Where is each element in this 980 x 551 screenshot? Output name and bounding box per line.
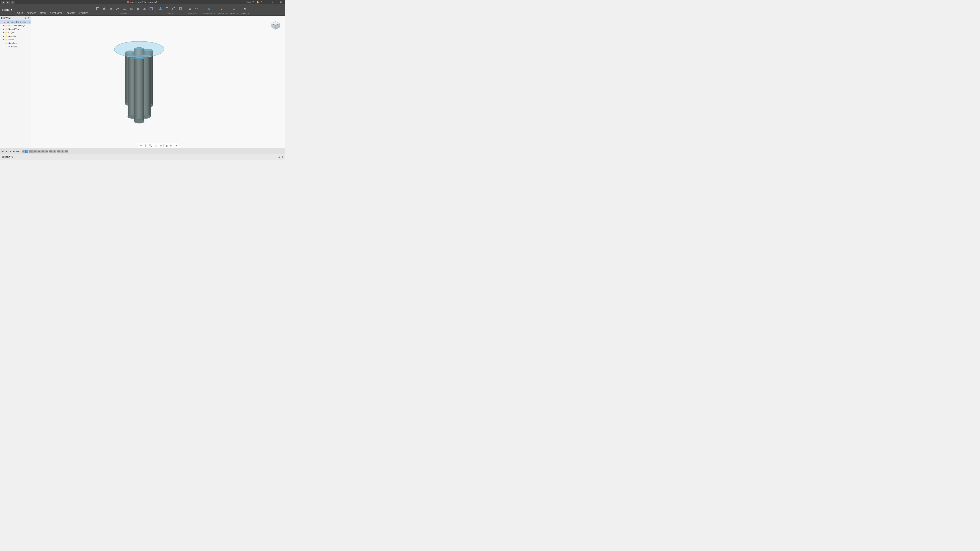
pan-btn[interactable]: ✋ <box>144 144 148 148</box>
timeline-play-btn[interactable]: ▶ <box>9 149 12 153</box>
freeform-icon[interactable] <box>135 6 141 12</box>
tl-step-11[interactable] <box>61 150 64 153</box>
svg-rect-17 <box>159 9 162 10</box>
tl-step-3[interactable] <box>29 150 33 153</box>
comments-expand-icon[interactable]: ◀ <box>278 156 280 159</box>
browser-expand-icon[interactable]: ◀ <box>24 16 27 19</box>
tl-step-8[interactable] <box>49 150 53 153</box>
fillet-icon[interactable] <box>164 6 170 12</box>
measure-icon[interactable] <box>220 6 226 12</box>
settings-btn[interactable]: ⚙ <box>174 144 178 148</box>
design-dropdown[interactable]: DESIGN ▾ <box>0 4 14 16</box>
maximize-btn[interactable]: □ <box>267 0 276 4</box>
chamfer-icon[interactable] <box>171 6 177 12</box>
construct-section: CONSTRUCT ▾ <box>202 6 216 14</box>
back-btn[interactable]: ◀ <box>1 1 5 4</box>
tree-sketch1[interactable]: ▶ ✏ Sketch1 <box>0 45 31 48</box>
tree-bodies[interactable]: ▶ 📁 Bodies <box>0 38 31 41</box>
insert-icon[interactable] <box>231 6 237 12</box>
minimize-btn[interactable]: − <box>258 0 267 4</box>
select-icon[interactable] <box>242 6 248 12</box>
svg-marker-19 <box>160 7 161 8</box>
create-icons <box>95 6 154 12</box>
zoom-window-btn[interactable]: ⊞ <box>159 144 163 148</box>
tree-origin[interactable]: ▶ 📁 Origin <box>0 31 31 34</box>
tl-step-1[interactable] <box>22 150 25 153</box>
close-btn[interactable]: ✕ <box>276 0 285 4</box>
hole-icon[interactable] <box>128 6 134 12</box>
svg-marker-27 <box>208 8 210 10</box>
press-pull-icon[interactable] <box>158 6 164 12</box>
browser-panel: BROWSER ◀ ⚙ ▼ ● can version 1 for crayon… <box>0 16 31 160</box>
create-base-icon[interactable] <box>141 6 148 12</box>
vo-divider-1 <box>153 144 153 147</box>
tree-doc-settings[interactable]: ▶ 📁 Document Settings <box>0 24 31 27</box>
tree-analysis[interactable]: ▶ 📁 Analysis <box>0 34 31 38</box>
tl-step-2[interactable] <box>25 150 29 153</box>
tree-sketches[interactable]: ▼ 📁 Sketches <box>0 41 31 45</box>
insert-section: INSERT ▾ <box>229 6 239 14</box>
analysis-icon: 📁 <box>5 35 8 37</box>
tree-named-views[interactable]: ▶ 📁 Named Views <box>0 27 31 31</box>
tab-sheet-metal[interactable]: SHEET METAL <box>48 11 65 16</box>
title-dot <box>127 1 129 3</box>
view-cube[interactable]: FRONT <box>270 20 282 31</box>
new-component-icon[interactable] <box>95 6 101 12</box>
grid-btn[interactable]: ⊞ <box>169 144 173 148</box>
svg-rect-71 <box>57 151 60 152</box>
tab-plastic[interactable]: PLASTIC <box>65 11 77 16</box>
origin-label: Origin <box>8 32 14 34</box>
tl-step-7[interactable] <box>45 150 48 153</box>
create-sketch-icon[interactable] <box>148 6 154 12</box>
sketch1-label: Sketch1 <box>11 46 18 48</box>
as-built-joint-icon[interactable] <box>194 6 200 12</box>
doc-settings-arrow: ▶ <box>3 24 5 27</box>
window-controls: − □ ✕ <box>258 0 285 4</box>
browser-title: BROWSER <box>1 17 11 19</box>
revolve-icon[interactable] <box>108 6 114 12</box>
root-icon: ● <box>3 21 6 23</box>
forward-btn[interactable]: ▶ <box>6 1 10 4</box>
3d-viewport[interactable]: FRONT ↻ ✋ 🔍 ⊡ ⊞ ◧ ⊞ ⚙ <box>31 16 285 160</box>
zoom-fit-btn[interactable]: ⊡ <box>154 144 158 148</box>
svg-rect-21 <box>180 8 181 10</box>
timeline-end-btn[interactable]: ▶▶| <box>16 149 20 153</box>
tab-solid[interactable]: SOLID <box>15 11 25 16</box>
loft-icon[interactable] <box>121 6 127 12</box>
tl-step-6[interactable] <box>41 150 45 153</box>
tl-step-10[interactable] <box>57 150 60 153</box>
tab-surface[interactable]: SURFACE <box>25 11 38 16</box>
orbit-btn[interactable]: ↻ <box>139 144 143 148</box>
analysis-arrow: ▶ <box>3 35 5 37</box>
extrude-icon[interactable] <box>101 6 108 12</box>
tl-step-12[interactable] <box>65 150 68 153</box>
main-toolbar: DESIGN ▾ SOLID SURFACE MESH SHEET METAL … <box>0 4 285 16</box>
comments-bar: COMMENTS ◀ ⚙ <box>0 154 285 160</box>
create-label: CREATE ▾ <box>120 12 129 14</box>
timeline-start-btn[interactable]: |◀ <box>1 149 4 153</box>
tree-root[interactable]: ▼ ● can version 1 for crayons v3 📌 <box>0 20 31 24</box>
new-tab-btn[interactable]: + <box>11 1 14 4</box>
svg-point-70 <box>54 151 56 152</box>
tab-utilities[interactable]: UTILITIES <box>77 11 91 16</box>
display-btn[interactable]: ◧ <box>164 144 169 148</box>
svg-marker-4 <box>103 8 105 9</box>
browser-settings-icon[interactable]: ⚙ <box>27 16 30 19</box>
shell-icon[interactable] <box>177 6 184 12</box>
browser-header: BROWSER ◀ ⚙ <box>0 16 31 20</box>
toolbar-actions: CREATE ▾ MODIFY ▾ <box>92 4 285 16</box>
tl-step-5[interactable] <box>37 150 41 153</box>
joint-icon[interactable] <box>187 6 193 12</box>
design-arrow-icon: ▾ <box>11 9 12 11</box>
zoom-btn[interactable]: 🔍 <box>148 144 152 148</box>
timeline-next-btn[interactable]: ▶| <box>13 149 16 153</box>
tab-mesh[interactable]: MESH <box>38 11 48 16</box>
sweep-icon[interactable] <box>115 6 121 12</box>
tl-step-9[interactable] <box>53 150 56 153</box>
offset-plane-icon[interactable] <box>206 6 212 12</box>
comments-settings-icon[interactable]: ⚙ <box>281 156 284 159</box>
tl-step-4[interactable] <box>33 150 37 153</box>
root-label: can version 1 for crayons v3 <box>6 21 29 23</box>
svg-rect-12 <box>143 9 146 10</box>
timeline-prev-btn[interactable]: ◀ <box>5 149 8 153</box>
